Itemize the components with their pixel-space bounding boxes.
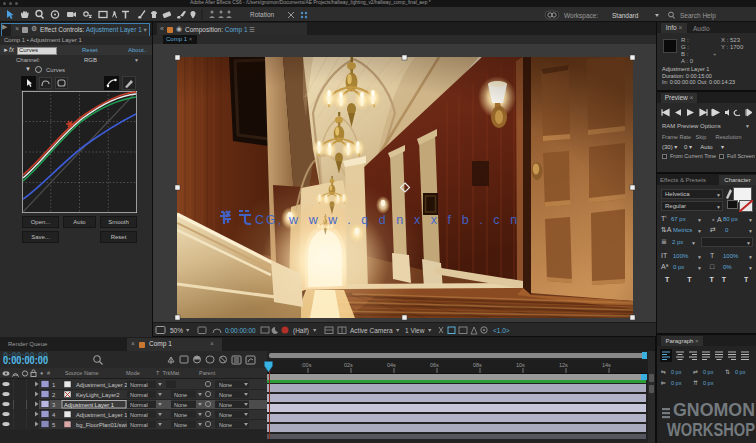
svg-text:<1.0>: <1.0> xyxy=(493,327,510,334)
svg-text:Active Camera: Active Camera xyxy=(350,327,393,334)
svg-text:Adjustment_Layer 1: Adjustment_Layer 1 xyxy=(76,412,128,418)
svg-text:None: None xyxy=(174,412,187,418)
svg-text:GNOMON: GNOMON xyxy=(673,400,755,420)
svg-text:Adjustment Layer 1: Adjustment Layer 1 xyxy=(64,402,114,408)
svg-text:Search Help: Search Help xyxy=(680,12,716,20)
svg-text:Normal: Normal xyxy=(130,382,148,388)
svg-text:(Half): (Half) xyxy=(293,327,309,335)
svg-text:None: None xyxy=(219,402,232,408)
svg-text:Adjustment_Layer 2: Adjustment_Layer 2 xyxy=(76,382,128,388)
svg-text:bg_FloorPlan01/swing: bg_FloorPlan01/swing xyxy=(76,422,133,428)
svg-text:Rotation: Rotation xyxy=(250,11,275,18)
svg-text:Workspace:: Workspace: xyxy=(564,12,598,20)
svg-text:Standard: Standard xyxy=(612,12,639,19)
svg-text:None: None xyxy=(219,412,232,418)
svg-text:None: None xyxy=(174,422,187,428)
svg-text:50%: 50% xyxy=(170,327,183,334)
svg-text:1 View: 1 View xyxy=(405,327,425,334)
svg-text:None: None xyxy=(219,422,232,428)
svg-text:Normal: Normal xyxy=(130,402,148,408)
svg-text:0:00:00:00: 0:00:00:00 xyxy=(225,327,256,334)
svg-text:None: None xyxy=(174,402,187,408)
svg-text:KeyLight_Layer2: KeyLight_Layer2 xyxy=(76,392,120,398)
svg-text:None: None xyxy=(219,382,232,388)
svg-text:Normal: Normal xyxy=(130,422,148,428)
svg-text:None: None xyxy=(174,392,187,398)
svg-text:None: None xyxy=(219,392,232,398)
svg-text:Normal: Normal xyxy=(130,392,148,398)
svg-text:WORKSHOP: WORKSHOP xyxy=(667,420,755,440)
svg-text:Normal: Normal xyxy=(130,412,148,418)
